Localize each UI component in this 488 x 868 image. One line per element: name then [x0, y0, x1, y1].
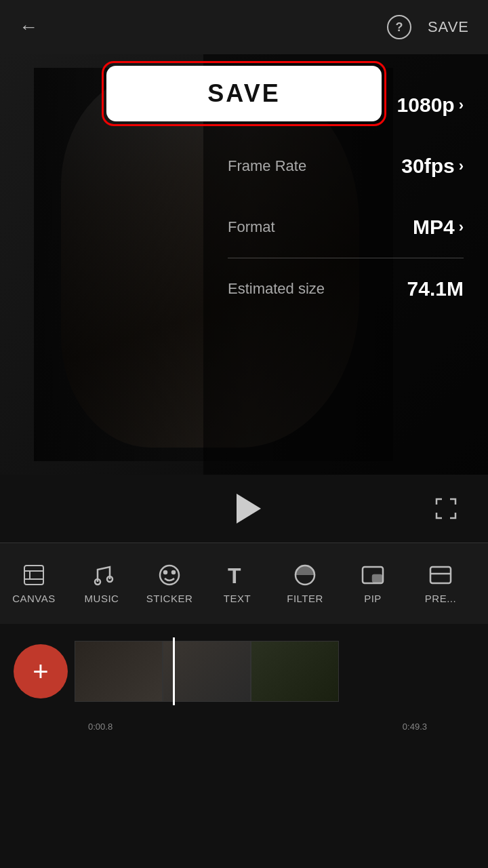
back-button[interactable]: ←: [19, 16, 38, 38]
toolbar-item-canvas[interactable]: CANVAS: [0, 543, 68, 624]
fullscreen-corner-bl: [436, 513, 442, 518]
svg-rect-12: [373, 575, 382, 582]
sticker-label: STICKER: [146, 593, 193, 604]
timestamp-end: 0:49.3: [403, 722, 427, 732]
filter-icon: [293, 563, 317, 587]
filter-label: FILTER: [287, 593, 323, 604]
framerate-chevron: ›: [459, 157, 464, 175]
save-popup-label: SAVE: [207, 79, 280, 107]
svg-text:T: T: [228, 564, 241, 587]
toolbar-item-music[interactable]: MUSIC: [68, 543, 136, 624]
svg-rect-13: [430, 567, 451, 583]
add-clip-button[interactable]: +: [14, 644, 68, 698]
canvas-label: CANVAS: [12, 593, 56, 604]
fullscreen-corner-br: [450, 513, 455, 518]
timeline-thumb-3: [251, 641, 339, 702]
toolbar-item-text[interactable]: T TEXT: [203, 543, 271, 624]
text-label: TEXT: [224, 593, 251, 604]
playback-controls: [0, 475, 488, 542]
format-label: Format: [228, 218, 275, 236]
preset-label: PRE...: [425, 593, 456, 604]
toolbar-item-preset[interactable]: PRE...: [407, 543, 474, 624]
header: ← ? SAVE: [0, 0, 488, 54]
save-header-button[interactable]: SAVE: [428, 18, 469, 36]
estimated-value: 74.1M: [407, 277, 464, 300]
format-row[interactable]: Format MP4 ›: [203, 197, 488, 258]
svg-rect-0: [24, 566, 43, 585]
fullscreen-corner-tl: [436, 499, 442, 505]
framerate-row[interactable]: Frame Rate 30fps ›: [203, 136, 488, 197]
format-chevron: ›: [459, 218, 464, 236]
estimated-label: Estimated size: [228, 280, 325, 298]
fullscreen-corner-tr: [450, 499, 455, 505]
framerate-value[interactable]: 30fps ›: [401, 155, 464, 178]
svg-point-8: [172, 571, 175, 574]
fullscreen-button[interactable]: [431, 494, 461, 524]
timeline-track[interactable]: [75, 637, 488, 705]
music-icon: [89, 563, 114, 587]
resolution-chevron: ›: [459, 96, 464, 114]
play-button[interactable]: [229, 491, 264, 526]
sticker-icon: [157, 563, 182, 587]
toolbar-item-pip[interactable]: PIP: [339, 543, 407, 624]
pip-icon: [361, 563, 385, 587]
toolbar-item-filter[interactable]: FILTER: [271, 543, 339, 624]
plus-icon: +: [33, 658, 48, 685]
toolbar-item-sticker[interactable]: STICKER: [136, 543, 203, 624]
toolbar: CANVAS MUSIC STICKER T TEXT FILTER: [0, 542, 488, 624]
timeline-thumb-1: [75, 641, 163, 702]
save-popup: SAVE: [102, 61, 386, 126]
svg-point-7: [164, 571, 167, 574]
save-popup-inner[interactable]: SAVE: [106, 66, 382, 121]
play-icon: [237, 494, 261, 524]
save-popup-border: SAVE: [102, 61, 386, 126]
framerate-label: Frame Rate: [228, 157, 306, 175]
timestamp-start: 0:00.8: [88, 722, 113, 732]
music-label: MUSIC: [85, 593, 119, 604]
timeline-thumb-2: [163, 641, 251, 702]
pip-label: PIP: [364, 593, 382, 604]
timeline-cursor: [173, 637, 175, 705]
preset-icon: [428, 563, 453, 587]
format-value[interactable]: MP4 ›: [413, 216, 464, 239]
svg-point-6: [160, 566, 179, 585]
canvas-icon: [22, 563, 46, 587]
help-button[interactable]: ?: [387, 15, 411, 39]
estimated-row: Estimated size 74.1M: [203, 258, 488, 319]
resolution-value[interactable]: 1080p ›: [397, 94, 464, 117]
timeline: +: [0, 624, 488, 719]
text-icon: T: [225, 563, 249, 587]
